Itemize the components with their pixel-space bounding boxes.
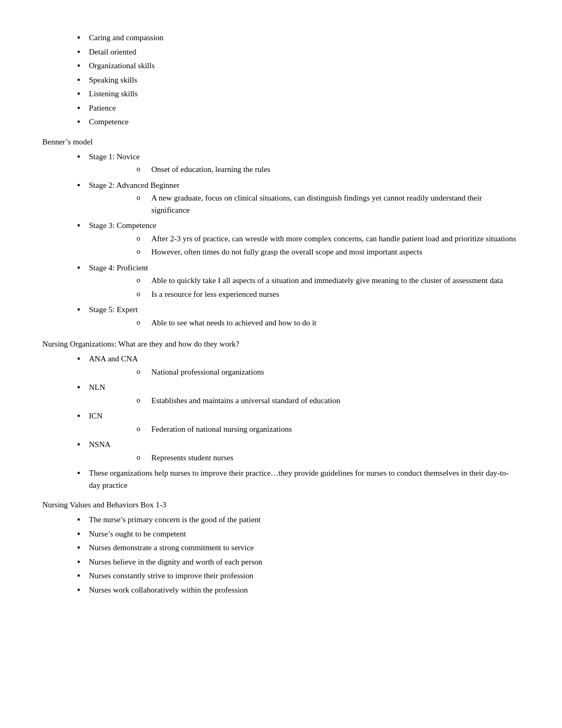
sub-bullet-icon: o bbox=[137, 275, 147, 286]
bullet-icon: ■ bbox=[74, 74, 84, 86]
bullet-icon: ■ bbox=[74, 151, 84, 162]
list-item: ■Organizational skills bbox=[42, 60, 520, 72]
nursing-org-note-item: ■ These organizations help nurses to imp… bbox=[42, 467, 520, 491]
list-item: ■Nurse’s ought to be competent bbox=[42, 528, 520, 540]
sub-bullet-icon: o bbox=[137, 288, 147, 299]
bullet-icon: ■ bbox=[74, 410, 84, 422]
list-item: ■Listening skills bbox=[42, 88, 520, 100]
benner-section: Benner’s model ■Stage 1: NoviceoOnset of… bbox=[42, 138, 520, 331]
benner-stage-list: ■Stage 1: NoviceoOnset of education, lea… bbox=[42, 151, 520, 331]
list-item: ■Nurses work collaboratively within the … bbox=[42, 584, 520, 596]
bullet-icon: ■ bbox=[74, 116, 84, 128]
list-item: ■Nurses constantly strive to improve the… bbox=[42, 570, 520, 582]
top-bullet-list: ■Caring and compassion■Detail oriented■O… bbox=[42, 32, 520, 128]
bullet-icon: ■ bbox=[74, 304, 84, 315]
bullet-icon: ■ bbox=[74, 88, 84, 99]
stage-label: Stage 4: Proficient bbox=[89, 263, 148, 272]
org-label: ICN bbox=[89, 412, 103, 420]
sub-bullet-icon: o bbox=[137, 233, 147, 244]
sub-list-item: oA new graduate, focus on clinical situa… bbox=[89, 192, 520, 216]
list-item: ■Patience bbox=[42, 102, 520, 114]
list-item: ■Nurses demonstrate a strong commitment … bbox=[42, 542, 520, 554]
bullet-icon: ■ bbox=[74, 353, 84, 365]
bullet-icon: ■ bbox=[74, 514, 84, 525]
sub-list-item: oAble to see what needs to achieved and … bbox=[89, 317, 520, 329]
bullet-icon: ■ bbox=[74, 542, 84, 553]
list-item: ■Competence bbox=[42, 116, 520, 128]
bullet-icon: ■ bbox=[74, 32, 84, 43]
list-item: ■Detail oriented bbox=[42, 46, 520, 58]
sub-list-item: oOnset of education, learning the rules bbox=[89, 163, 520, 176]
list-item: ■Speaking skills bbox=[42, 74, 520, 86]
bullet-icon: ■ bbox=[74, 584, 84, 596]
benner-heading: Benner’s model bbox=[42, 138, 520, 147]
sub-list-item: oAfter 2-3 yrs of practice, can wrestle … bbox=[89, 233, 520, 245]
list-item: ■Caring and compassion bbox=[42, 32, 520, 44]
sub-bullet-icon: o bbox=[137, 246, 147, 257]
nursing-org-list: ■ANA and CNAoNational professional organ… bbox=[42, 353, 520, 465]
sub-list-item: oRepresents student nurses bbox=[89, 452, 520, 464]
list-item: ■NSNAoRepresents student nurses bbox=[42, 439, 520, 465]
nursing-values-section: Nursing Values and Behaviors Box 1-3 ■Th… bbox=[42, 501, 520, 596]
bullet-icon: ■ bbox=[74, 46, 84, 58]
sub-bullet-icon: o bbox=[137, 366, 147, 377]
bullet-icon: ■ bbox=[74, 179, 84, 191]
nursing-org-note: These organizations help nurses to impro… bbox=[89, 467, 520, 491]
list-item: ■Stage 3: CompetenceoAfter 2-3 yrs of pr… bbox=[42, 220, 520, 260]
list-item: ■ICNoFederation of national nursing orga… bbox=[42, 410, 520, 436]
list-item: ■Stage 5: ExpertoAble to see what needs … bbox=[42, 304, 520, 330]
nursing-values-list: ■The nurse’s primary concern is the good… bbox=[42, 514, 520, 596]
list-item: ■Stage 4: ProficientoAble to quickly tak… bbox=[42, 262, 520, 302]
nursing-org-heading: Nursing Organizations: What are they and… bbox=[42, 340, 520, 349]
bullet-icon: ■ bbox=[74, 528, 84, 540]
list-item: ■NLNoEstablishes and maintains a univers… bbox=[42, 381, 520, 408]
bullet-icon: ■ bbox=[74, 556, 84, 568]
bullet-icon: ■ bbox=[74, 262, 84, 274]
sub-bullet-icon: o bbox=[137, 395, 147, 406]
bullet-icon: ■ bbox=[74, 220, 84, 231]
org-label: NSNA bbox=[89, 440, 111, 449]
list-item: ■Stage 2: Advanced BeginneroA new gradua… bbox=[42, 179, 520, 218]
bullet-icon: ■ bbox=[74, 439, 84, 450]
sub-list-item: oAble to quickly take I all aspects of a… bbox=[89, 275, 520, 287]
sub-list-item: oHowever, often times do not fully grasp… bbox=[89, 246, 520, 258]
sub-bullet-icon: o bbox=[137, 192, 147, 203]
top-bullet-section: ■Caring and compassion■Detail oriented■O… bbox=[42, 32, 520, 128]
list-item: ■Stage 1: NoviceoOnset of education, lea… bbox=[42, 151, 520, 177]
sub-list-item: oFederation of national nursing organiza… bbox=[89, 423, 520, 435]
stage-label: Stage 3: Competence bbox=[89, 221, 156, 230]
sub-list-item: oNational professional organizations bbox=[89, 366, 520, 378]
nursing-values-heading: Nursing Values and Behaviors Box 1-3 bbox=[42, 501, 520, 509]
bullet-icon: ■ bbox=[74, 467, 84, 479]
sub-list-item: oIs a resource for less experienced nurs… bbox=[89, 288, 520, 301]
bullet-icon: ■ bbox=[74, 102, 84, 114]
bullet-icon: ■ bbox=[74, 381, 84, 393]
sub-bullet-icon: o bbox=[137, 452, 147, 463]
stage-label: Stage 2: Advanced Beginner bbox=[89, 181, 179, 189]
org-label: NLN bbox=[89, 383, 105, 392]
nursing-org-section: Nursing Organizations: What are they and… bbox=[42, 340, 520, 491]
list-item: ■Nurses believe in the dignity and worth… bbox=[42, 556, 520, 568]
list-item: ■The nurse’s primary concern is the good… bbox=[42, 514, 520, 526]
sub-list-item: oEstablishes and maintains a universal s… bbox=[89, 395, 520, 407]
org-label: ANA and CNA bbox=[89, 354, 138, 363]
sub-bullet-icon: o bbox=[137, 163, 147, 175]
list-item: ■ANA and CNAoNational professional organ… bbox=[42, 353, 520, 379]
sub-bullet-icon: o bbox=[137, 317, 147, 328]
sub-bullet-icon: o bbox=[137, 423, 147, 434]
stage-label: Stage 1: Novice bbox=[89, 152, 140, 161]
bullet-icon: ■ bbox=[74, 60, 84, 71]
stage-label: Stage 5: Expert bbox=[89, 305, 138, 314]
bullet-icon: ■ bbox=[74, 570, 84, 581]
